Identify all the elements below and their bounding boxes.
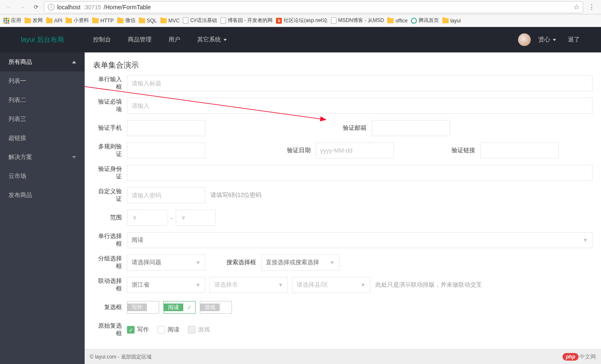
folder-icon	[442, 18, 449, 23]
browser-menu-icon[interactable]: ⋮	[586, 3, 598, 11]
raw-checkbox-game	[188, 326, 196, 334]
bookmark-item[interactable]: 发网	[25, 17, 43, 24]
bookmark-star-icon[interactable]: ☆	[573, 3, 579, 11]
nav-other[interactable]: 其它系统	[189, 27, 235, 52]
sidebar-item-publish[interactable]: 发布商品	[0, 186, 85, 205]
apps-label: 应用	[11, 17, 21, 24]
cascade-city-select[interactable]: 请选择市▼	[210, 277, 288, 293]
checkbox-game[interactable]: 游戏✓	[200, 301, 232, 314]
date-label: 验证日期	[287, 147, 316, 154]
date-input[interactable]	[316, 142, 394, 159]
bookmark-item[interactable]: 微信	[117, 17, 135, 24]
search-select[interactable]: 直接选择或搜索选择▼	[261, 255, 339, 271]
group-select-label: 分组选择框	[93, 255, 127, 270]
nav-products[interactable]: 商品管理	[119, 27, 160, 52]
bookmark-item[interactable]: 小资料	[66, 17, 89, 24]
custom-hint: 请填写6到12位密码	[210, 192, 262, 199]
url-path: /Home/FormTable	[104, 4, 151, 11]
page-icon	[221, 17, 226, 24]
range-label: 范围	[93, 214, 127, 222]
folder-icon	[92, 18, 99, 23]
bookmark-item[interactable]: MVC	[160, 18, 180, 24]
custom-label: 自定义验证	[93, 188, 127, 203]
cascade-hint: 此处只是演示联动排版，并未做联动交互	[375, 281, 482, 289]
bookmark-item[interactable]: layui	[442, 18, 461, 24]
multi-rule-input[interactable]	[127, 142, 205, 159]
sidebar-item-marketplace[interactable]: 云市场	[0, 167, 85, 186]
apps-button[interactable]: 应用	[3, 17, 21, 24]
sidebar-item-all-products[interactable]: 所有商品	[0, 52, 85, 71]
raw-checkbox-read[interactable]	[157, 326, 165, 334]
phone-input[interactable]	[127, 120, 205, 136]
folder-icon	[46, 18, 52, 23]
custom-input[interactable]	[127, 187, 205, 203]
sidebar-item-list3[interactable]: 列表三	[0, 109, 85, 129]
url-host: localhost	[57, 4, 80, 11]
bookmark-item[interactable]: MSDN博客 - 从MSD	[331, 17, 384, 24]
check-icon: ✓	[147, 301, 159, 313]
chevron-down-icon: ▼	[196, 282, 201, 288]
avatar[interactable]	[518, 33, 531, 46]
nav-back-button[interactable]: ←	[3, 2, 14, 13]
bookmark-item[interactable]: C#语法基础	[183, 17, 217, 24]
bookmark-item[interactable]: 博客园 - 开发者的网	[221, 17, 273, 24]
email-input[interactable]	[372, 120, 450, 136]
folder-icon	[387, 18, 394, 23]
range-from-input[interactable]	[127, 210, 167, 226]
bookmark-item[interactable]: HTTP	[92, 18, 113, 24]
site-icon	[411, 18, 417, 24]
header-nav: 控制台 商品管理 用户 其它系统	[85, 27, 235, 52]
folder-icon	[117, 18, 124, 23]
cascade-district-select[interactable]: 请选择县/区▼	[292, 277, 370, 293]
bookmark-item[interactable]: office	[387, 18, 407, 24]
nav-reload-button[interactable]: ⟳	[30, 2, 41, 13]
single-select-label: 单行选择框	[93, 233, 127, 248]
id-input[interactable]	[127, 165, 593, 181]
form: 单行输入框 验证必填项 验证手机 验证邮箱	[85, 75, 601, 338]
apps-grid-icon	[3, 18, 9, 24]
app-header: layui 后台布局 控制台 商品管理 用户 其它系统 贤心 退了	[0, 27, 601, 52]
raw-checkbox-label: 原始复选框	[93, 322, 127, 337]
checkbox-read[interactable]: 阅读✓	[163, 301, 196, 314]
range-to-input[interactable]	[176, 210, 216, 226]
chevron-down-icon: ▼	[278, 282, 283, 288]
checkbox-write[interactable]: 写作✓	[127, 301, 159, 314]
phone-label: 验证手机	[93, 124, 127, 132]
chevron-down-icon	[553, 39, 556, 41]
chevron-down-icon	[223, 39, 227, 41]
check-icon: ✓	[183, 301, 195, 313]
chevron-down-icon: ▼	[330, 260, 335, 265]
footer: © layui.com - 底部固定区域 php 中文网	[85, 349, 601, 364]
bookmark-item[interactable]: b社区论坛(asp.net论	[276, 17, 327, 24]
group-select[interactable]: 请选择问题▼	[127, 255, 205, 271]
required-label: 验证必填项	[93, 98, 127, 113]
logout-button[interactable]: 退了	[560, 27, 588, 52]
nav-users[interactable]: 用户	[160, 27, 189, 52]
nav-forward-button[interactable]: →	[17, 2, 28, 13]
sidebar-item-hyperlink[interactable]: 超链接	[0, 129, 85, 148]
php-badge: php 中文网	[562, 353, 596, 361]
required-input[interactable]	[127, 98, 593, 114]
single-select[interactable]: 阅读▼	[127, 232, 593, 248]
php-logo: php	[562, 353, 579, 361]
sidebar-item-list1[interactable]: 列表一	[0, 71, 85, 90]
single-input[interactable]	[127, 75, 593, 91]
sidebar-item-list2[interactable]: 列表二	[0, 90, 85, 109]
nav-console[interactable]: 控制台	[85, 27, 119, 52]
url-bar[interactable]: i localhost:30715/Home/FormTable ☆	[44, 1, 583, 13]
link-label: 验证链接	[452, 147, 480, 154]
chevron-up-icon	[72, 61, 76, 63]
cascade-province-select[interactable]: 浙江省▼	[127, 277, 205, 293]
chevron-down-icon: ▼	[583, 237, 588, 243]
bookmark-item[interactable]: 腾讯首页	[411, 17, 439, 24]
browser-toolbar: ← → ⟳ i localhost:30715/Home/FormTable ☆…	[0, 0, 601, 14]
raw-checkbox-write[interactable]: ✓	[127, 326, 135, 334]
main-content: 表单集合演示 单行输入框 验证必填项 验证手机 验证邮箱	[85, 52, 601, 364]
sidebar-item-solutions[interactable]: 解决方案	[0, 148, 85, 167]
site-info-icon[interactable]: i	[48, 4, 55, 11]
bookmark-item[interactable]: API	[46, 18, 62, 24]
bookmark-item[interactable]: SQL	[139, 18, 157, 24]
user-menu[interactable]: 贤心	[535, 27, 560, 52]
link-input[interactable]	[480, 142, 559, 159]
app-logo[interactable]: layui 后台布局	[0, 36, 85, 44]
